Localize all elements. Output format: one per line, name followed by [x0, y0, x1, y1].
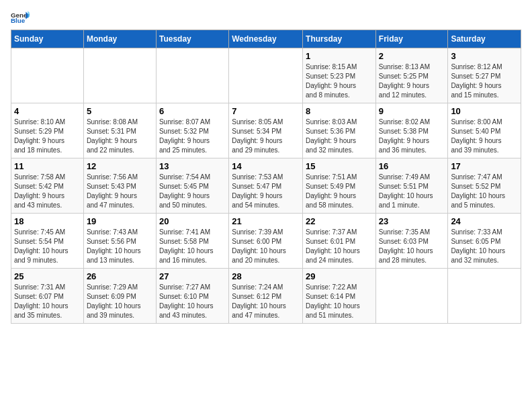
- calendar-cell: 11Sunrise: 7:58 AM Sunset: 5:42 PM Dayli…: [11, 158, 84, 214]
- calendar-cell: 29Sunrise: 7:22 AM Sunset: 6:14 PM Dayli…: [303, 269, 376, 324]
- calendar-cell: 28Sunrise: 7:24 AM Sunset: 6:12 PM Dayli…: [229, 269, 303, 324]
- day-number: 16: [379, 161, 445, 171]
- weekday-header-tuesday: Tuesday: [156, 30, 228, 48]
- cell-info: Sunrise: 7:47 AM Sunset: 5:52 PM Dayligh…: [451, 173, 518, 210]
- cell-info: Sunrise: 7:58 AM Sunset: 5:42 PM Dayligh…: [14, 173, 81, 210]
- day-number: 13: [159, 161, 226, 171]
- cell-info: Sunrise: 7:39 AM Sunset: 6:00 PM Dayligh…: [232, 228, 300, 265]
- calendar-table: SundayMondayTuesdayWednesdayThursdayFrid…: [11, 30, 521, 324]
- calendar-week-row: 18Sunrise: 7:45 AM Sunset: 5:54 PM Dayli…: [11, 214, 521, 269]
- calendar-cell: [375, 269, 448, 324]
- weekday-header-wednesday: Wednesday: [229, 30, 303, 48]
- cell-info: Sunrise: 7:41 AM Sunset: 5:58 PM Dayligh…: [159, 228, 226, 265]
- cell-info: Sunrise: 8:13 AM Sunset: 5:25 PM Dayligh…: [379, 62, 445, 100]
- cell-info: Sunrise: 8:03 AM Sunset: 5:36 PM Dayligh…: [306, 118, 373, 155]
- calendar-cell: 3Sunrise: 8:12 AM Sunset: 5:27 PM Daylig…: [448, 48, 521, 103]
- cell-info: Sunrise: 7:37 AM Sunset: 6:01 PM Dayligh…: [306, 228, 373, 265]
- calendar-week-row: 1Sunrise: 8:15 AM Sunset: 5:23 PM Daylig…: [11, 48, 521, 103]
- cell-info: Sunrise: 7:27 AM Sunset: 6:10 PM Dayligh…: [159, 283, 226, 320]
- cell-info: Sunrise: 8:00 AM Sunset: 5:40 PM Dayligh…: [451, 118, 518, 155]
- cell-info: Sunrise: 7:33 AM Sunset: 6:05 PM Dayligh…: [451, 228, 518, 265]
- day-number: 20: [159, 216, 226, 226]
- calendar-cell: 1Sunrise: 8:15 AM Sunset: 5:23 PM Daylig…: [303, 48, 376, 103]
- logo-icon: General Blue: [11, 11, 30, 24]
- calendar-cell: 14Sunrise: 7:53 AM Sunset: 5:47 PM Dayli…: [229, 158, 303, 214]
- day-number: 24: [451, 216, 518, 226]
- page-header: General Blue: [11, 11, 521, 24]
- calendar-cell: [11, 48, 84, 103]
- day-number: 29: [306, 271, 373, 281]
- cell-info: Sunrise: 7:56 AM Sunset: 5:43 PM Dayligh…: [87, 173, 153, 210]
- calendar-cell: 25Sunrise: 7:31 AM Sunset: 6:07 PM Dayli…: [11, 269, 84, 324]
- cell-info: Sunrise: 7:54 AM Sunset: 5:45 PM Dayligh…: [159, 173, 226, 210]
- calendar-cell: [448, 269, 521, 324]
- cell-info: Sunrise: 8:15 AM Sunset: 5:23 PM Dayligh…: [306, 62, 373, 100]
- calendar-cell: 26Sunrise: 7:29 AM Sunset: 6:09 PM Dayli…: [83, 269, 156, 324]
- day-number: 18: [14, 216, 81, 226]
- weekday-header-monday: Monday: [83, 30, 156, 48]
- weekday-header-row: SundayMondayTuesdayWednesdayThursdayFrid…: [11, 30, 521, 48]
- calendar-cell: 24Sunrise: 7:33 AM Sunset: 6:05 PM Dayli…: [448, 214, 521, 269]
- calendar-cell: 9Sunrise: 8:02 AM Sunset: 5:38 PM Daylig…: [375, 103, 448, 158]
- calendar-cell: 15Sunrise: 7:51 AM Sunset: 5:49 PM Dayli…: [303, 158, 376, 214]
- cell-info: Sunrise: 8:07 AM Sunset: 5:32 PM Dayligh…: [159, 118, 226, 155]
- calendar-cell: 20Sunrise: 7:41 AM Sunset: 5:58 PM Dayli…: [156, 214, 228, 269]
- day-number: 28: [232, 271, 300, 281]
- calendar-cell: 12Sunrise: 7:56 AM Sunset: 5:43 PM Dayli…: [83, 158, 156, 214]
- day-number: 12: [87, 161, 153, 171]
- day-number: 15: [306, 161, 373, 171]
- day-number: 22: [306, 216, 373, 226]
- calendar-week-row: 4Sunrise: 8:10 AM Sunset: 5:29 PM Daylig…: [11, 103, 521, 158]
- cell-info: Sunrise: 7:53 AM Sunset: 5:47 PM Dayligh…: [232, 173, 300, 210]
- calendar-week-row: 25Sunrise: 7:31 AM Sunset: 6:07 PM Dayli…: [11, 269, 521, 324]
- cell-info: Sunrise: 7:35 AM Sunset: 6:03 PM Dayligh…: [379, 228, 445, 265]
- calendar-cell: 19Sunrise: 7:43 AM Sunset: 5:56 PM Dayli…: [83, 214, 156, 269]
- cell-info: Sunrise: 8:02 AM Sunset: 5:38 PM Dayligh…: [379, 118, 445, 155]
- calendar-cell: 5Sunrise: 8:08 AM Sunset: 5:31 PM Daylig…: [83, 103, 156, 158]
- day-number: 2: [379, 51, 445, 61]
- calendar-cell: 22Sunrise: 7:37 AM Sunset: 6:01 PM Dayli…: [303, 214, 376, 269]
- cell-info: Sunrise: 7:31 AM Sunset: 6:07 PM Dayligh…: [14, 283, 81, 320]
- cell-info: Sunrise: 7:51 AM Sunset: 5:49 PM Dayligh…: [306, 173, 373, 210]
- day-number: 23: [379, 216, 445, 226]
- calendar-cell: 16Sunrise: 7:49 AM Sunset: 5:51 PM Dayli…: [375, 158, 448, 214]
- cell-info: Sunrise: 8:05 AM Sunset: 5:34 PM Dayligh…: [232, 118, 300, 155]
- day-number: 14: [232, 161, 300, 171]
- cell-info: Sunrise: 8:08 AM Sunset: 5:31 PM Dayligh…: [87, 118, 153, 155]
- calendar-cell: 21Sunrise: 7:39 AM Sunset: 6:00 PM Dayli…: [229, 214, 303, 269]
- svg-text:Blue: Blue: [11, 17, 26, 24]
- calendar-cell: 2Sunrise: 8:13 AM Sunset: 5:25 PM Daylig…: [375, 48, 448, 103]
- weekday-header-sunday: Sunday: [11, 30, 84, 48]
- weekday-header-saturday: Saturday: [448, 30, 521, 48]
- cell-info: Sunrise: 7:45 AM Sunset: 5:54 PM Dayligh…: [14, 228, 81, 265]
- day-number: 19: [87, 216, 153, 226]
- logo: General Blue: [11, 11, 32, 24]
- calendar-cell: 13Sunrise: 7:54 AM Sunset: 5:45 PM Dayli…: [156, 158, 228, 214]
- calendar-cell: 17Sunrise: 7:47 AM Sunset: 5:52 PM Dayli…: [448, 158, 521, 214]
- calendar-cell: 27Sunrise: 7:27 AM Sunset: 6:10 PM Dayli…: [156, 269, 228, 324]
- calendar-cell: 10Sunrise: 8:00 AM Sunset: 5:40 PM Dayli…: [448, 103, 521, 158]
- calendar-cell: 18Sunrise: 7:45 AM Sunset: 5:54 PM Dayli…: [11, 214, 84, 269]
- day-number: 10: [451, 106, 518, 116]
- cell-info: Sunrise: 8:12 AM Sunset: 5:27 PM Dayligh…: [451, 62, 518, 100]
- calendar-cell: 23Sunrise: 7:35 AM Sunset: 6:03 PM Dayli…: [375, 214, 448, 269]
- cell-info: Sunrise: 7:43 AM Sunset: 5:56 PM Dayligh…: [87, 228, 153, 265]
- day-number: 25: [14, 271, 81, 281]
- day-number: 6: [159, 106, 226, 116]
- calendar-cell: [156, 48, 228, 103]
- cell-info: Sunrise: 8:10 AM Sunset: 5:29 PM Dayligh…: [14, 118, 81, 155]
- day-number: 4: [14, 106, 81, 116]
- cell-info: Sunrise: 7:49 AM Sunset: 5:51 PM Dayligh…: [379, 173, 445, 210]
- day-number: 17: [451, 161, 518, 171]
- calendar-cell: 4Sunrise: 8:10 AM Sunset: 5:29 PM Daylig…: [11, 103, 84, 158]
- calendar-cell: 8Sunrise: 8:03 AM Sunset: 5:36 PM Daylig…: [303, 103, 376, 158]
- calendar-week-row: 11Sunrise: 7:58 AM Sunset: 5:42 PM Dayli…: [11, 158, 521, 214]
- day-number: 1: [306, 51, 373, 61]
- day-number: 5: [87, 106, 153, 116]
- calendar-cell: [229, 48, 303, 103]
- cell-info: Sunrise: 7:24 AM Sunset: 6:12 PM Dayligh…: [232, 283, 300, 320]
- day-number: 11: [14, 161, 81, 171]
- calendar-cell: 7Sunrise: 8:05 AM Sunset: 5:34 PM Daylig…: [229, 103, 303, 158]
- weekday-header-friday: Friday: [375, 30, 448, 48]
- cell-info: Sunrise: 7:22 AM Sunset: 6:14 PM Dayligh…: [306, 283, 373, 320]
